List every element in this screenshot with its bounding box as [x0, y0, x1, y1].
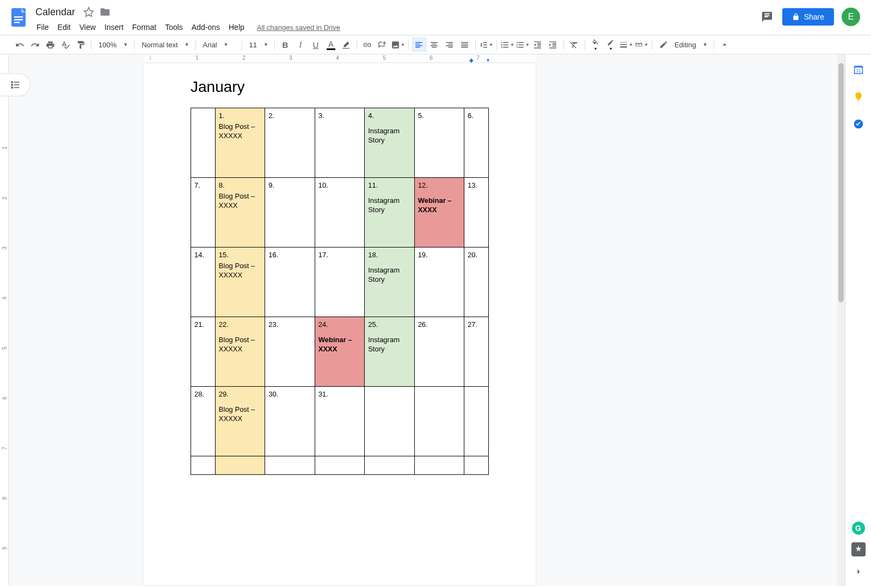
calendar-cell[interactable]: 23. — [265, 317, 315, 387]
explore-button[interactable] — [851, 542, 866, 556]
calendar-cell[interactable]: 30. — [265, 387, 315, 456]
document-scroll[interactable]: ◆ ▾ 12345671 January 1.Blog Post – XXXXX… — [9, 54, 845, 586]
menu-insert[interactable]: Insert — [101, 21, 127, 34]
paint-format-button[interactable] — [73, 37, 88, 52]
menu-help[interactable]: Help — [225, 21, 248, 34]
menu-addons[interactable]: Add-ons — [188, 21, 224, 34]
line-spacing-button[interactable]: ▼ — [479, 37, 494, 52]
calendar-cell[interactable]: 17. — [315, 247, 364, 317]
styles-select[interactable]: Normal text▼ — [137, 37, 192, 52]
calendar-cell[interactable] — [365, 387, 414, 456]
calendar-cell[interactable] — [215, 456, 265, 475]
calendar-cell[interactable]: 3. — [315, 108, 364, 178]
calendar-cell[interactable]: 14. — [191, 247, 216, 317]
share-button[interactable]: Share — [782, 8, 834, 26]
calendar-cell[interactable] — [191, 456, 216, 475]
redo-button[interactable] — [27, 37, 42, 52]
calendar-cell[interactable] — [414, 387, 464, 456]
cell-fill-button[interactable]: ▼ — [588, 37, 603, 52]
menu-edit[interactable]: Edit — [54, 21, 75, 34]
calendar-cell[interactable] — [191, 108, 216, 178]
font-select[interactable]: Arial▼ — [199, 37, 239, 52]
calendar-cell[interactable]: 4.Instagram Story — [365, 108, 414, 178]
scrollbar[interactable] — [837, 54, 845, 586]
account-avatar[interactable]: E — [842, 8, 860, 26]
align-center-button[interactable] — [427, 37, 442, 52]
menu-tools[interactable]: Tools — [161, 21, 187, 34]
vertical-ruler[interactable]: 123456789 — [0, 54, 9, 586]
calendar-cell[interactable]: 27. — [464, 317, 489, 387]
calendar-cell[interactable]: 11.Instagram Story — [365, 178, 414, 247]
calendar-cell[interactable]: 8.Blog Post – XXXX — [215, 178, 265, 247]
calendar-cell[interactable]: 24.Webinar – XXXX — [315, 317, 364, 387]
highlight-button[interactable] — [339, 37, 354, 52]
numbered-list-button[interactable]: ▼ — [500, 37, 515, 52]
calendar-cell[interactable]: 21. — [191, 317, 216, 387]
document-title[interactable]: Calendar — [33, 5, 78, 20]
calendar-cell[interactable]: 10. — [315, 178, 364, 247]
calendar-cell[interactable]: 15.Blog Post – XXXXX — [215, 247, 265, 317]
calendar-addon-icon[interactable]: 31 — [852, 63, 865, 76]
text-color-button[interactable]: A — [323, 37, 339, 52]
font-size-select[interactable]: 11▼ — [245, 37, 272, 52]
calendar-cell[interactable]: 28. — [191, 387, 216, 456]
comments-button[interactable] — [759, 9, 775, 24]
insert-link-button[interactable] — [360, 37, 375, 52]
save-state[interactable]: All changes saved in Drive — [257, 23, 340, 32]
calendar-cell[interactable]: 12.Webinar – XXXX — [414, 178, 464, 247]
calendar-cell[interactable]: 18.Instagram Story — [365, 247, 414, 317]
calendar-cell[interactable] — [464, 387, 489, 456]
calendar-cell[interactable]: 13. — [464, 178, 489, 247]
bold-button[interactable]: B — [278, 37, 293, 52]
star-icon[interactable] — [83, 7, 94, 17]
calendar-cell[interactable]: 6. — [464, 108, 489, 178]
align-right-button[interactable] — [442, 37, 457, 52]
calendar-cell[interactable]: 2. — [265, 108, 315, 178]
border-dash-button[interactable]: ▼ — [634, 37, 649, 52]
menu-file[interactable]: File — [33, 21, 53, 34]
italic-button[interactable]: I — [293, 37, 308, 52]
calendar-cell[interactable]: 29.Blog Post – XXXXX — [215, 387, 265, 456]
calendar-cell[interactable] — [414, 456, 464, 475]
print-button[interactable] — [42, 37, 58, 52]
horizontal-ruler[interactable]: ◆ ▾ 12345671 — [144, 54, 536, 63]
insert-comment-button[interactable] — [375, 37, 390, 52]
calendar-cell[interactable] — [315, 456, 364, 475]
calendar-cell[interactable] — [365, 456, 414, 475]
editing-mode-select[interactable]: Editing▼ — [655, 37, 711, 52]
tasks-addon-icon[interactable] — [852, 117, 865, 131]
calendar-cell[interactable] — [265, 456, 315, 475]
calendar-cell[interactable]: 19. — [414, 247, 464, 317]
calendar-cell[interactable]: 1.Blog Post – XXXXX — [215, 108, 265, 178]
calendar-cell[interactable]: 16. — [265, 247, 315, 317]
border-color-button[interactable]: ▼ — [603, 37, 618, 52]
outline-tab[interactable] — [0, 73, 30, 96]
calendar-cell[interactable]: 31. — [315, 387, 364, 456]
calendar-cell[interactable]: 9. — [265, 178, 315, 247]
calendar-cell[interactable]: 20. — [464, 247, 489, 317]
page[interactable]: January 1.Blog Post – XXXXX2.3.4.Instagr… — [144, 63, 536, 585]
border-width-button[interactable]: ▼ — [618, 37, 634, 52]
insert-image-button[interactable]: ▼ — [390, 37, 406, 52]
calendar-table[interactable]: 1.Blog Post – XXXXX2.3.4.Instagram Story… — [191, 108, 489, 475]
menu-format[interactable]: Format — [128, 21, 160, 34]
collapse-toolbar-button[interactable] — [717, 37, 732, 52]
clear-formatting-button[interactable] — [567, 37, 582, 52]
bulleted-list-button[interactable]: ▼ — [515, 37, 530, 52]
spellcheck-button[interactable] — [58, 37, 73, 52]
keep-addon-icon[interactable] — [852, 90, 865, 103]
zoom-select[interactable]: 100%▼ — [94, 37, 131, 52]
calendar-cell[interactable]: 26. — [414, 317, 464, 387]
calendar-cell[interactable]: 5. — [414, 108, 464, 178]
underline-button[interactable]: U — [308, 37, 323, 52]
grammarly-icon[interactable]: G — [852, 522, 865, 535]
calendar-cell[interactable]: 7. — [191, 178, 216, 247]
align-justify-button[interactable] — [457, 37, 473, 52]
calendar-cell[interactable]: 22.Blog Post – XXXXX — [215, 317, 265, 387]
menu-view[interactable]: View — [76, 21, 100, 34]
decrease-indent-button[interactable] — [530, 37, 545, 52]
undo-button[interactable] — [12, 37, 27, 52]
align-left-button[interactable] — [412, 37, 427, 52]
show-sidepanel-button[interactable] — [851, 564, 866, 579]
heading-month[interactable]: January — [191, 78, 489, 96]
